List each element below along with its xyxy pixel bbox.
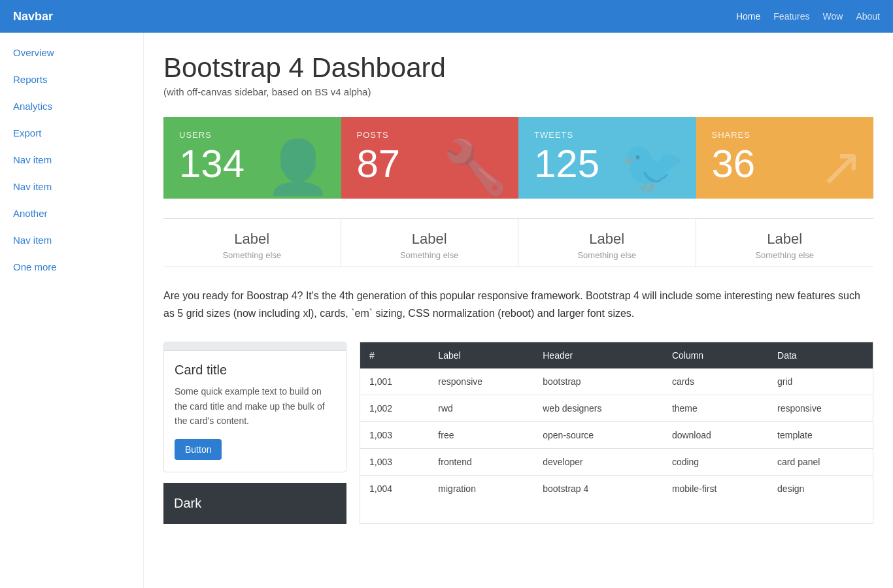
cell-1-0: 1,002 [360, 395, 429, 422]
label-cell-3: Label Something else [518, 219, 696, 267]
navbar: Navbar Home Features Wow About [0, 0, 893, 33]
stat-card-tweets: TWEETS 125 🐦 [518, 117, 696, 199]
cell-2-4: template [768, 422, 873, 449]
cell-3-4: card panel [768, 449, 873, 476]
col-header: Header [533, 342, 663, 368]
label-sub-4: Something else [703, 250, 868, 260]
cell-4-4: design [768, 476, 873, 502]
cell-3-1: frontend [429, 449, 533, 476]
sidebar-item-analytics[interactable]: Analytics [0, 93, 143, 120]
card: Card title Some quick example text to bu… [163, 342, 346, 472]
label-sub-3: Something else [525, 250, 689, 260]
label-title-1: Label [170, 231, 334, 248]
stat-card-users: USERS 134 👤 [163, 117, 341, 199]
card-dark-title: Dark [174, 496, 336, 511]
data-table: # Label Header Column Data 1,001responsi… [360, 342, 873, 502]
card-body: Card title Some quick example text to bu… [164, 351, 346, 471]
col-data: Data [768, 342, 873, 368]
nav-home[interactable]: Home [736, 11, 760, 22]
cell-1-4: responsive [768, 395, 873, 422]
card-text: Some quick example text to build on the … [175, 384, 335, 428]
col-label: Label [429, 342, 533, 368]
sidebar-item-onemore[interactable]: One more [0, 253, 143, 280]
label-cell-1: Label Something else [163, 219, 341, 267]
cell-4-1: migration [429, 476, 533, 502]
layout: Overview Reports Analytics Export Nav it… [0, 33, 893, 588]
sidebar-item-navitem1[interactable]: Nav item [0, 146, 143, 173]
cell-2-0: 1,003 [360, 422, 429, 449]
cell-3-3: coding [663, 449, 768, 476]
cell-1-2: web designers [533, 395, 663, 422]
sidebar-item-overview[interactable]: Overview [0, 39, 143, 66]
cell-0-3: cards [663, 368, 768, 395]
posts-icon: 🔧 [443, 141, 508, 193]
table-row: 1,003freeopen-sourcedownloadtemplate [360, 422, 873, 449]
cell-0-2: bootstrap [533, 368, 663, 395]
nav-wow[interactable]: Wow [823, 11, 843, 22]
stat-card-posts: POSTS 87 🔧 [341, 117, 519, 199]
table-row: 1,004migrationbootstrap 4mobile-firstdes… [360, 476, 873, 502]
sidebar-item-reports[interactable]: Reports [0, 66, 143, 93]
sidebar: Overview Reports Analytics Export Nav it… [0, 33, 144, 588]
cell-4-3: mobile-first [663, 476, 768, 502]
cell-4-0: 1,004 [360, 476, 429, 502]
navbar-brand[interactable]: Navbar [13, 10, 53, 24]
cell-0-1: responsive [429, 368, 533, 395]
card-title: Card title [175, 363, 335, 378]
label-title-2: Label [348, 231, 512, 248]
table-body: 1,001responsivebootstrapcardsgrid1,002rw… [360, 368, 873, 502]
body-text: Are you ready for Boostrap 4? It's the 4… [163, 287, 873, 322]
cell-4-2: bootstrap 4 [533, 476, 663, 502]
sidebar-item-navitem3[interactable]: Nav item [0, 227, 143, 253]
navbar-links: Home Features Wow About [736, 10, 880, 22]
cell-0-0: 1,001 [360, 368, 429, 395]
card-top-bar [164, 342, 346, 351]
label-title-3: Label [525, 231, 689, 248]
table-header-row: # Label Header Column Data [360, 342, 873, 368]
label-cell-4: Label Something else [696, 219, 874, 267]
page-title: Bootstrap 4 Dashboard [163, 52, 873, 84]
table-row: 1,002rwdweb designersthemeresponsive [360, 395, 873, 422]
table-row: 1,001responsivebootstrapcardsgrid [360, 368, 873, 395]
twitter-icon: 🐦 [620, 141, 686, 193]
col-column: Column [663, 342, 768, 368]
label-sub-2: Something else [348, 250, 512, 260]
page-subtitle: (with off-canvas sidebar, based on BS v4… [163, 86, 873, 97]
label-row: Label Something else Label Something els… [163, 218, 873, 267]
nav-features[interactable]: Features [773, 11, 809, 22]
data-table-container: # Label Header Column Data 1,001responsi… [360, 342, 873, 523]
cell-1-3: theme [663, 395, 768, 422]
bottom-section: Card title Some quick example text to bu… [163, 342, 873, 523]
sidebar-item-navitem2[interactable]: Nav item [0, 173, 143, 200]
table-row: 1,003frontenddevelopercodingcard panel [360, 449, 873, 476]
sidebar-item-another[interactable]: Another [0, 200, 143, 227]
nav-about[interactable]: About [856, 11, 880, 22]
stat-card-shares: SHARES 36 ↗ [696, 117, 874, 199]
user-icon: 👤 [265, 141, 331, 193]
col-hash: # [360, 342, 429, 368]
label-title-4: Label [703, 231, 868, 248]
card-dark: Dark [163, 483, 346, 524]
cell-3-0: 1,003 [360, 449, 429, 476]
card-button[interactable]: Button [175, 439, 222, 460]
card-column: Card title Some quick example text to bu… [163, 342, 346, 523]
label-cell-2: Label Something else [341, 219, 519, 267]
cell-2-1: free [429, 422, 533, 449]
shares-icon: ↗ [819, 141, 863, 193]
main-content: Bootstrap 4 Dashboard (with off-canvas s… [144, 33, 893, 588]
cell-3-2: developer [533, 449, 663, 476]
cell-1-1: rwd [429, 395, 533, 422]
label-sub-1: Something else [170, 250, 334, 260]
cell-2-2: open-source [533, 422, 663, 449]
stat-cards: USERS 134 👤 POSTS 87 🔧 TWEETS 125 🐦 SHAR… [163, 117, 873, 199]
sidebar-item-export[interactable]: Export [0, 120, 143, 146]
cell-2-3: download [663, 422, 768, 449]
cell-0-4: grid [768, 368, 873, 395]
table-header: # Label Header Column Data [360, 342, 873, 368]
